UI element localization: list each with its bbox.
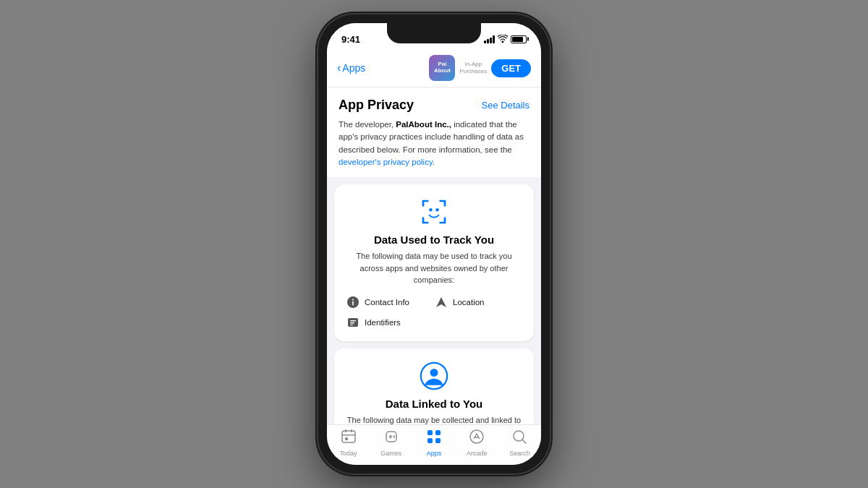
games-icon [383,429,399,448]
tracking-item-label: Contact Info [365,298,409,307]
arcade-icon [469,429,485,448]
svg-rect-39 [427,438,433,443]
svg-point-8 [429,208,433,212]
svg-rect-34 [345,437,348,440]
battery-icon [511,35,527,43]
svg-rect-30 [342,431,355,442]
svg-rect-15 [350,322,354,324]
svg-rect-33 [342,435,355,436]
linked-card: Data Linked to You The following data ma… [334,348,534,425]
see-details-link[interactable]: See Details [482,100,529,111]
privacy-policy-link[interactable]: developer's privacy policy [339,158,433,166]
tab-games-label: Games [380,450,401,457]
id-badge-icon [346,315,360,330]
svg-point-36 [393,437,395,438]
svg-point-9 [435,208,439,212]
svg-rect-40 [435,438,441,443]
iphone-screen: 9:41 [327,23,541,465]
tracking-icon [418,196,450,228]
tracking-card-desc: The following data may be used to track … [346,250,522,286]
svg-point-42 [514,431,524,441]
in-app-purchase-label: In-AppPurchases [459,61,487,74]
privacy-header: App Privacy See Details The developer, P… [327,87,541,177]
tab-apps[interactable]: Apps [412,429,455,457]
privacy-description: The developer, PalAbout Inc., indicated … [339,119,529,168]
svg-rect-31 [345,429,346,432]
svg-point-12 [352,299,354,300]
tracking-card-header: Data Used to Track You The following dat… [346,196,522,286]
linked-card-desc: The following data may be collected and … [346,414,522,425]
tab-games[interactable]: Games [370,429,412,457]
svg-rect-37 [427,430,433,435]
tracking-card-title: Data Used to Track You [346,234,522,246]
today-icon [341,429,357,448]
iphone-frame: 9:41 [318,14,550,474]
svg-rect-38 [435,430,441,435]
content-area: App Privacy See Details The developer, P… [327,87,541,424]
tab-search[interactable]: Search [498,429,541,457]
tab-apps-label: Apps [427,450,442,457]
svg-point-18 [430,369,438,377]
svg-rect-11 [352,301,354,305]
back-label: Apps [342,62,365,74]
svg-rect-3 [444,200,446,207]
wifi-icon [498,35,508,44]
svg-point-35 [393,435,395,437]
info-circle-icon [346,295,360,309]
tracking-item-label: Location [453,298,484,307]
privacy-title: App Privacy [339,98,414,113]
nav-bar: ‹ Apps PalAbout In-AppPurchases GET [327,49,541,87]
svg-rect-16 [350,325,353,325]
tab-today-label: Today [340,450,357,457]
app-icon: PalAbout [429,55,455,81]
linked-card-header: Data Linked to You The following data ma… [346,360,522,425]
tracking-items: Contact Info Location [346,295,522,330]
status-icons [484,35,527,44]
tab-today[interactable]: Today [327,429,370,457]
tab-bar: Today Games [327,424,541,465]
signal-icon [484,35,495,43]
notch [387,23,481,43]
back-button[interactable]: ‹ Apps [337,61,365,74]
tracking-item-label: Identifiers [365,318,401,327]
tab-arcade-label: Arcade [467,450,488,457]
list-item: Location [434,295,522,309]
get-button[interactable]: GET [491,59,531,77]
privacy-title-row: App Privacy See Details [339,98,529,113]
list-item: Contact Info [346,295,434,309]
status-time: 9:41 [341,34,360,45]
list-item: Identifiers [346,315,434,330]
apps-icon [426,429,442,448]
svg-point-41 [470,430,483,443]
app-info: PalAbout In-AppPurchases GET [429,55,531,81]
svg-rect-1 [422,200,425,207]
tab-arcade[interactable]: Arcade [456,429,498,457]
svg-rect-32 [351,429,352,432]
chevron-left-icon: ‹ [337,61,341,74]
linked-icon [418,360,450,392]
svg-rect-7 [444,217,446,223]
linked-card-title: Data Linked to You [346,398,522,410]
location-arrow-icon [434,295,448,309]
svg-rect-14 [350,320,356,322]
search-icon [511,429,527,448]
svg-rect-5 [422,217,425,223]
tracking-card: Data Used to Track You The following dat… [334,184,534,341]
tab-search-label: Search [509,450,530,457]
